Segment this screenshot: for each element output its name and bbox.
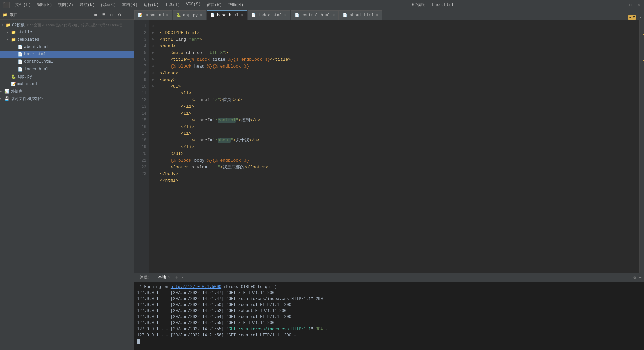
file-icon-about: 📄 [17, 44, 23, 50]
file-icon-apppy: 🐍 [11, 74, 16, 79]
fold-13[interactable]: ⊙ [149, 63, 156, 70]
fold-3[interactable]: ⊙ [149, 30, 156, 36]
close-button[interactable]: ✕ [636, 2, 641, 8]
tab-close-base[interactable]: × [240, 13, 243, 18]
tab-close-index[interactable]: × [284, 13, 287, 18]
tab-icon-apppy: 🐍 [176, 13, 181, 17]
menu-code[interactable]: 代码(C) [98, 1, 119, 8]
file-icon-control: 📄 [17, 59, 23, 64]
tab-close-control[interactable]: × [332, 13, 335, 18]
code-line-13: <li> [160, 111, 192, 116]
tab-apppy[interactable]: 🐍 app.py × [173, 10, 206, 20]
minimize-button[interactable]: — [620, 2, 625, 8]
sidebar-minimize-btn[interactable]: — [124, 11, 131, 18]
terminal-settings-icon[interactable]: ⚙ [633, 275, 636, 280]
sidebar-settings-btn[interactable]: ⚙ [116, 11, 123, 18]
fold-9[interactable]: ⊙ [149, 50, 156, 56]
tree-label-02muban: 02模板 [12, 22, 25, 28]
tree-item-index[interactable]: 📄 index.html [0, 65, 134, 73]
tree-label-apppy: app.py [17, 74, 32, 79]
tree-label-about: about.html [24, 45, 48, 49]
fold-7[interactable]: ⊙ [149, 36, 156, 43]
menu-navigate[interactable]: 导航(N) [77, 1, 98, 8]
fold-18[interactable]: ⊙ [149, 83, 156, 90]
window-title: 02模板 - base.html [412, 2, 454, 8]
menu-window[interactable]: 窗口(W) [204, 1, 225, 8]
fold-16[interactable]: ⊙ [149, 77, 156, 83]
tab-about[interactable]: 📄 about.html × [339, 10, 382, 20]
code-and-terminal: 12345 678910 1112131415 1617181920 21222… [134, 20, 644, 350]
tab-close-about[interactable]: × [376, 13, 378, 18]
fold-1[interactable]: ⊙ [149, 23, 156, 30]
menu-help[interactable]: 帮助(H) [225, 1, 246, 8]
tab-label-apppy: app.py [183, 13, 198, 18]
terminal-add-btn[interactable]: + [175, 275, 178, 281]
terminal-tab-close[interactable]: × [167, 275, 170, 280]
tab-bar: 📝 muban.md × 🐍 app.py × 📄 base.html × 📄 … [134, 10, 644, 20]
tab-more-btn[interactable]: ▾ [639, 15, 641, 20]
tree-label-templates: templates [17, 37, 39, 42]
term-line-running: * Running on http://127.0.0.1:5000 (Pres… [137, 284, 641, 290]
menu-vcs[interactable]: VCS(S) [183, 1, 203, 8]
maximize-button[interactable]: ❐ [628, 2, 633, 8]
term-line-8: 127.0.0.1 - - [20/Jun/2022 14:21:56] "GE… [137, 332, 641, 338]
tree-item-control[interactable]: 📄 control.html [0, 58, 134, 65]
tree-item-base[interactable]: 📄 base.html [0, 51, 134, 58]
sidebar-sync-btn[interactable]: ⇄ [92, 11, 99, 18]
terminal-minimize-icon[interactable]: — [639, 275, 641, 280]
code-editor: 12345 678910 1112131415 1617181920 21222… [134, 20, 644, 273]
tree-label-static: static [17, 30, 32, 35]
fold-8[interactable]: ⊙ [149, 43, 156, 50]
sidebar-toolbar: ⇄ ≡ ⊟ ⚙ — [92, 11, 131, 18]
fold-12[interactable]: ⊙ [149, 56, 156, 63]
tree-item-waibu[interactable]: 📊 外部库 [0, 88, 134, 95]
tab-index[interactable]: 📄 index.html × [248, 10, 290, 20]
tree-label-index: index.html [24, 67, 48, 72]
tree-item-about[interactable]: 📄 about.html [0, 43, 134, 51]
code-line-17: <a href="/about">关于我</a> [160, 138, 260, 143]
tab-base[interactable]: 📄 base.html × [207, 10, 247, 20]
terminal-chevron-btn[interactable]: ▾ [181, 275, 183, 280]
sidebar-collapse-btn[interactable]: ⊟ [108, 11, 115, 18]
tab-close-muban[interactable]: × [166, 13, 169, 18]
menu-view[interactable]: 视图(V) [55, 1, 76, 8]
right-gutter [639, 20, 644, 273]
tab-close-apppy[interactable]: × [200, 13, 202, 18]
tree-item-02muban[interactable]: 📁 02模板 D:\桌面\Flask框架\代码-知了传课出品\代码/flask框 [0, 21, 134, 29]
tree-item-apppy[interactable]: 🐍 app.py [0, 73, 134, 80]
menu-tools[interactable]: 工具(T) [162, 1, 183, 8]
tree-item-linshi[interactable]: 💾 临时文件和控制台 [0, 95, 134, 102]
code-content[interactable]: <!DOCTYPE html> <html lang="en"> <head> … [156, 20, 639, 273]
tree-item-static[interactable]: 📁 static [0, 29, 134, 36]
menu-refactor[interactable]: 重构(R) [119, 1, 140, 8]
tab-muban[interactable]: 📝 muban.md × [134, 10, 172, 20]
code-line-2: <html lang="en"> [160, 37, 202, 42]
menu-edit[interactable]: 编辑(E) [34, 1, 55, 8]
term-line-5: 127.0.0.1 - - [20/Jun/2022 14:21:54] "GE… [137, 314, 641, 320]
window-controls: — ❐ ✕ [620, 2, 641, 8]
code-line-23: </html> [160, 178, 178, 183]
terminal-tab-local[interactable]: 本地 × [155, 274, 172, 281]
terminal-body[interactable]: * Running on http://127.0.0.1:5000 (Pres… [134, 282, 644, 350]
code-line-7: </head> [160, 71, 178, 76]
menu-file[interactable]: 文件(F) [13, 1, 34, 8]
code-line-5: <title>{% block title %}{% endblock %}</… [160, 57, 291, 62]
menu-run[interactable]: 运行(U) [141, 1, 162, 8]
tree-arrow-02muban [1, 23, 5, 27]
sidebar-expand-btn[interactable]: ≡ [100, 11, 107, 18]
code-line-8: <body> [160, 77, 176, 82]
term-url[interactable]: http://127.0.0.1:5000 [171, 285, 221, 289]
tab-control[interactable]: 📄 control.html × [291, 10, 339, 20]
tree-item-templates[interactable]: 📁 templates [0, 36, 134, 43]
term-cursor [137, 339, 140, 344]
tab-label-index: index.html [258, 13, 282, 18]
tree-item-mubanmd[interactable]: 📝 muban.md [0, 80, 134, 88]
code-line-4: <meta charset="UTF-8"> [160, 50, 228, 55]
term-304: 304 [316, 327, 323, 332]
term-line-2: 127.0.0.1 - - [20/Jun/2022 14:21:47] "GE… [137, 296, 641, 302]
folder-icon-templates: 📁 [11, 37, 16, 42]
term-highlight-url[interactable]: GET /static/css/index.css HTTP/1.1 [229, 327, 311, 332]
scroll-mark-2 [643, 60, 644, 61]
fold-15[interactable]: ⊙ [149, 70, 156, 77]
tab-label-base: base.html [217, 13, 239, 18]
